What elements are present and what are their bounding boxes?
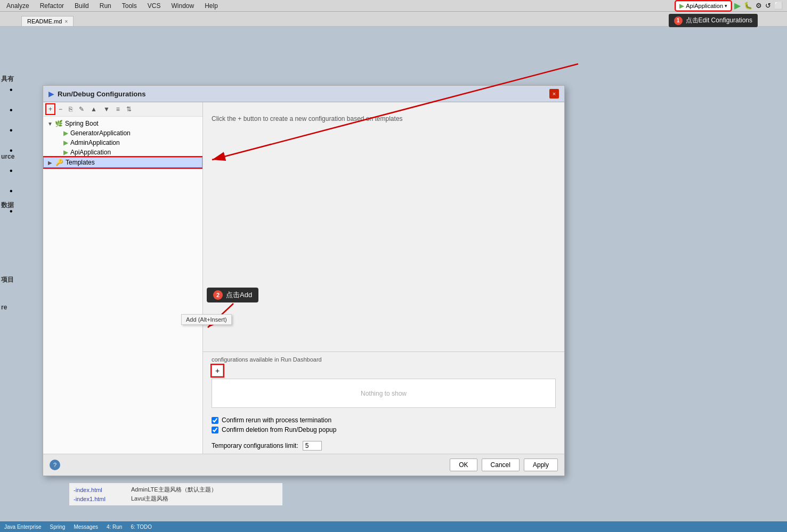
left-label-1: 具有 [1, 75, 14, 84]
checkbox-deletion[interactable] [212, 427, 218, 433]
menu-help[interactable]: Help [202, 1, 220, 11]
menu-build[interactable]: Build [72, 1, 91, 11]
ok-button[interactable]: OK [450, 459, 477, 471]
tooltip-text: 点击Edit Configurations [686, 16, 752, 25]
app-icon-generator: ▶ [63, 129, 68, 137]
dialog-title-bar: ▶ Run/Debug Configurations × [43, 86, 564, 102]
tree-move-up-button[interactable]: ▲ [88, 104, 99, 114]
tooltip-num-1: 1 [674, 17, 683, 25]
status-bar: Java Enterprise Spring Messages 4: Run 6… [0, 521, 787, 532]
tree-content: ▼ 🌿 Spring Boot ▶ GeneratorApplication [43, 117, 202, 454]
tab-label: README.md [27, 18, 62, 24]
checkboxes-section: Confirm rerun with process termination C… [203, 412, 564, 438]
template-icon: 🔑 [55, 159, 63, 166]
left-label-5: re [1, 304, 7, 311]
callout-add-text: 点击Add [226, 290, 252, 300]
tree-panel: + − ⎘ ✎ ▲ ▼ ≡ ⇅ ▼ 🌿 Spring Boot [43, 102, 203, 454]
file-desc-2: Lavui主题风格 [131, 495, 168, 503]
tab-close-icon[interactable]: × [64, 19, 68, 24]
callout-num-2: 2 [213, 290, 223, 300]
file-name-1: -index.html [74, 487, 127, 493]
status-messages[interactable]: Messages [74, 524, 98, 530]
menu-tools[interactable]: Tools [120, 1, 139, 11]
tree-node-admin-label: AdminApplication [70, 139, 120, 146]
cancel-button[interactable]: Cancel [482, 459, 520, 471]
help-button[interactable]: ? [50, 460, 60, 470]
status-todo[interactable]: 6: TODO [131, 524, 152, 530]
status-java-enterprise[interactable]: Java Enterprise [4, 524, 41, 530]
run-config-selector[interactable]: ▶ ApiApplication ▾ [676, 1, 731, 11]
tree-node-templates[interactable]: ▶ 🔑 Templates [43, 157, 202, 168]
more-actions-icon[interactable]: ⚙ [756, 2, 762, 10]
tree-edit-button[interactable]: ✎ [77, 104, 86, 114]
ide-content: 具有 urce 数据 项目 re • • • • • • • ▶ Run/Deb… [0, 27, 787, 521]
run-dashboard-box: Nothing to show [212, 379, 556, 408]
tree-copy-button[interactable]: ⎘ [67, 104, 75, 114]
menu-analyze[interactable]: Analyze [4, 1, 31, 11]
dialog-body: + − ⎘ ✎ ▲ ▼ ≡ ⇅ ▼ 🌿 Spring Boot [43, 102, 564, 454]
add-alt-insert-tooltip: Add (Alt+Insert) [181, 314, 232, 325]
spring-boot-icon: 🌿 [55, 120, 63, 127]
dialog-icon: ▶ [48, 89, 54, 98]
tree-node-api-label: ApiApplication [70, 149, 111, 156]
dialog-footer: ? OK Cancel Apply [43, 454, 564, 476]
status-spring[interactable]: Spring [50, 524, 65, 530]
dropdown-arrow-icon: ▾ [725, 3, 727, 9]
status-run[interactable]: 4: Run [107, 524, 122, 530]
readme-tab[interactable]: README.md × [21, 16, 74, 26]
file-row-1: -index.html AdminLTE主题风格（默认主题） [69, 485, 282, 494]
temp-config-label: Temporary configurations limit: [212, 442, 298, 449]
edit-config-tooltip: 1 点击Edit Configurations [669, 14, 758, 27]
nothing-to-show-text: Nothing to show [361, 390, 407, 397]
file-name-2: -index1.html [74, 496, 127, 502]
tree-node-templates-label: Templates [66, 159, 95, 166]
stop-icon[interactable]: ⬜ [774, 2, 783, 10]
tree-sort-button[interactable]: ≡ [114, 104, 122, 114]
run-dashboard-label: configurations available in Run Dashboar… [212, 356, 556, 363]
tree-expander-icon: ▼ [47, 121, 55, 127]
apply-button[interactable]: Apply [524, 459, 558, 471]
menu-bar: Analyze Refactor Build Run Tools VCS Win… [0, 0, 787, 12]
update-icon[interactable]: ↺ [765, 2, 771, 10]
menu-run[interactable]: Run [98, 1, 113, 11]
file-row-2: -index1.html Lavui主题风格 [69, 494, 282, 503]
temp-config-row: Temporary configurations limit: [203, 438, 564, 454]
tree-node-springboot-group[interactable]: ▼ 🌿 Spring Boot [43, 119, 202, 128]
menu-refactor[interactable]: Refactor [38, 1, 66, 11]
hint-text: Click the + button to create a new confi… [212, 111, 556, 127]
tree-node-api[interactable]: ▶ ApiApplication [43, 148, 202, 157]
menu-window[interactable]: Window [169, 1, 196, 11]
right-content: Click the + button to create a new confi… [203, 102, 564, 351]
tree-node-generator-label: GeneratorApplication [70, 129, 131, 137]
run-config-icon: ▶ [679, 2, 684, 10]
run-config-label: ApiApplication [686, 3, 723, 9]
debug-button-icon[interactable]: 🐛 [744, 2, 752, 10]
tree-remove-button[interactable]: − [56, 104, 64, 114]
run-debug-dialog: ▶ Run/Debug Configurations × + − ⎘ ✎ ▲ ▼… [43, 85, 565, 476]
tree-move-down-button[interactable]: ▼ [101, 104, 112, 114]
add-tooltip-text: Add (Alt+Insert) [186, 316, 227, 323]
app-icon-api: ▶ [63, 149, 68, 156]
menu-vcs[interactable]: VCS [145, 1, 163, 11]
left-label-4: 项目 [1, 275, 14, 284]
temp-config-input[interactable] [303, 441, 322, 451]
add-callout-tooltip: 2 点击Add [207, 288, 258, 302]
tree-node-admin[interactable]: ▶ AdminApplication [43, 138, 202, 148]
tree-node-label: Spring Boot [65, 120, 99, 127]
dialog-close-button[interactable]: × [549, 89, 559, 99]
run-dashboard-add-button[interactable]: + [212, 365, 223, 377]
run-button-icon[interactable]: ▶ [734, 1, 741, 11]
app-icon-admin: ▶ [63, 139, 68, 146]
run-dashboard-section: configurations available in Run Dashboar… [203, 351, 564, 412]
checkbox-rerun[interactable] [212, 417, 218, 424]
tree-toolbar: + − ⎘ ✎ ▲ ▼ ≡ ⇅ [43, 102, 202, 117]
checkbox-rerun-label: Confirm rerun with process termination [222, 416, 331, 424]
tree-group-button[interactable]: ⇅ [124, 104, 134, 114]
dialog-title: Run/Debug Configurations [58, 90, 145, 98]
file-desc-1: AdminLTE主题风格（默认主题） [131, 486, 217, 494]
tree-expander-templates-icon: ▶ [48, 160, 55, 166]
tree-node-generator[interactable]: ▶ GeneratorApplication [43, 128, 202, 138]
bottom-files-list: -index.html AdminLTE主题风格（默认主题） -index1.h… [69, 483, 282, 505]
right-panel: Click the + button to create a new confi… [203, 102, 564, 454]
tree-add-button[interactable]: + [46, 104, 54, 114]
